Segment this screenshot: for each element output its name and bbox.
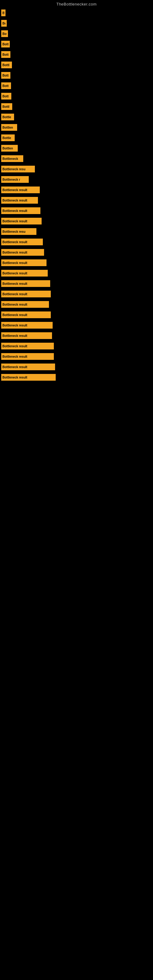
- bar-row: Bottleneck result: [0, 216, 153, 226]
- bar-label: Bottleneck resu: [2, 230, 26, 233]
- bar-item: Bottleneck result: [1, 301, 49, 308]
- bar-row: Bottleneck result: [0, 258, 153, 268]
- bar-row: Bottlen: [0, 122, 153, 133]
- bar-item: B: [1, 10, 5, 16]
- bar-label: Bottlen: [2, 126, 13, 129]
- bar-item: Bott: [1, 51, 10, 58]
- bar-label: Bottleneck result: [2, 376, 27, 379]
- bar-row: Bot: [0, 29, 153, 39]
- bar-item: Bottleneck r: [1, 176, 29, 183]
- bar-row: Bottleneck result: [0, 278, 153, 289]
- bar-row: Bott: [0, 39, 153, 49]
- bar-item: Bottleneck result: [1, 249, 44, 256]
- bar-row: Bott: [0, 70, 153, 81]
- bar-item: Bottleneck resu: [1, 166, 35, 172]
- bar-label: Bottleneck r: [2, 178, 20, 181]
- bar-row: Bottleneck result: [0, 331, 153, 341]
- bar-item: Bott: [1, 83, 11, 89]
- bar-label: Bottleneck result: [2, 220, 27, 223]
- bar-item: Bott: [1, 41, 10, 48]
- bar-row: Bott: [0, 49, 153, 60]
- bar-row: Bottleneck result: [0, 299, 153, 310]
- bar-item: Bott: [1, 72, 10, 79]
- bar-item: Bottleneck result: [1, 270, 48, 277]
- bar-row: Bottleneck result: [0, 268, 153, 278]
- bars-container: BBoBotBottBottBottlBottBottBottBottlBott…: [0, 8, 153, 382]
- bar-item: Bottleneck result: [1, 239, 43, 245]
- bar-label: Bott: [2, 74, 9, 77]
- bar-label: Bott: [2, 43, 9, 46]
- bar-label: Bottleneck result: [2, 209, 27, 213]
- bar-item: Bottle: [1, 114, 14, 120]
- bar-row: Bottle: [0, 112, 153, 122]
- bar-row: Bottleneck r: [0, 174, 153, 185]
- bar-label: Bottleneck result: [2, 303, 27, 306]
- bar-item: Bottleneck result: [1, 322, 53, 329]
- bar-item: Bottleneck result: [1, 291, 51, 298]
- bar-row: Bottleneck result: [0, 320, 153, 331]
- bar-row: Bottleneck result: [0, 195, 153, 205]
- bar-label: Bottleneck result: [2, 261, 27, 265]
- bar-row: Bottle: [0, 133, 153, 143]
- bar-label: Bottleneck result: [2, 282, 27, 285]
- bar-label: Bottleneck resu: [2, 167, 26, 171]
- bar-item: Bottleneck result: [1, 312, 51, 318]
- site-title: TheBottlenecker.com: [0, 0, 153, 8]
- bar-item: Bottl: [1, 103, 12, 110]
- bar-label: Bottleneck result: [2, 251, 27, 254]
- bar-item: Bottleneck result: [1, 343, 54, 350]
- bar-item: Bottle: [1, 134, 15, 141]
- bar-label: Bottlen: [2, 147, 13, 150]
- bar-label: Bottleneck result: [2, 199, 27, 202]
- bar-row: Bottleneck result: [0, 205, 153, 216]
- bar-label: Bottl: [2, 105, 10, 108]
- bar-label: Bottleneck result: [2, 365, 27, 369]
- bar-label: Bottleneck result: [2, 324, 27, 327]
- bar-row: Bottleneck result: [0, 310, 153, 320]
- bar-row: Bottleneck result: [0, 247, 153, 258]
- bar-label: Bottleneck result: [2, 188, 27, 192]
- bar-label: Bottleneck: [2, 157, 18, 161]
- bar-label: Bottleneck result: [2, 272, 27, 275]
- bar-label: Bottl: [2, 64, 10, 67]
- bar-label: Bott: [2, 84, 9, 88]
- bar-item: Bottleneck result: [1, 207, 40, 214]
- bar-item: Bottleneck result: [1, 353, 54, 360]
- bar-label: B: [2, 11, 4, 15]
- bar-row: Bottleneck result: [0, 289, 153, 299]
- bar-row: Bottleneck result: [0, 362, 153, 372]
- bar-item: Bott: [1, 93, 11, 100]
- bar-row: Bott: [0, 81, 153, 91]
- bar-item: Bo: [1, 20, 7, 27]
- bar-item: Bottleneck result: [1, 280, 50, 287]
- bar-item: Bottleneck: [1, 155, 23, 162]
- bar-row: Bottleneck: [0, 153, 153, 164]
- bar-label: Bo: [2, 22, 5, 25]
- bar-row: Bottl: [0, 101, 153, 112]
- bar-row: Bottleneck resu: [0, 164, 153, 174]
- bar-item: Bottleneck result: [1, 259, 46, 266]
- bar-item: Bottlen: [1, 124, 17, 131]
- bar-row: Bottleneck resu: [0, 226, 153, 237]
- bar-item: Bottl: [1, 62, 12, 68]
- bar-row: Bottleneck result: [0, 185, 153, 195]
- bar-label: Bottle: [2, 136, 11, 140]
- bar-label: Bottleneck result: [2, 293, 27, 296]
- bar-item: Bottlen: [1, 145, 18, 151]
- bar-item: Bottleneck result: [1, 218, 41, 224]
- bar-item: Bottleneck result: [1, 332, 52, 339]
- bar-label: Bottleneck result: [2, 355, 27, 358]
- bar-item: Bottleneck result: [1, 374, 56, 381]
- bar-item: Bot: [1, 30, 8, 37]
- bar-item: Bottleneck result: [1, 364, 55, 370]
- bar-label: Bott: [2, 95, 9, 98]
- bar-row: B: [0, 8, 153, 18]
- bar-label: Bottle: [2, 115, 11, 119]
- bar-label: Bott: [2, 53, 9, 56]
- bar-item: Bottleneck resu: [1, 228, 37, 235]
- bar-label: Bottleneck result: [2, 313, 27, 317]
- bar-label: Bottleneck result: [2, 334, 27, 337]
- bar-row: Bo: [0, 18, 153, 29]
- bar-row: Bottleneck result: [0, 372, 153, 382]
- bar-row: Bottlen: [0, 143, 153, 153]
